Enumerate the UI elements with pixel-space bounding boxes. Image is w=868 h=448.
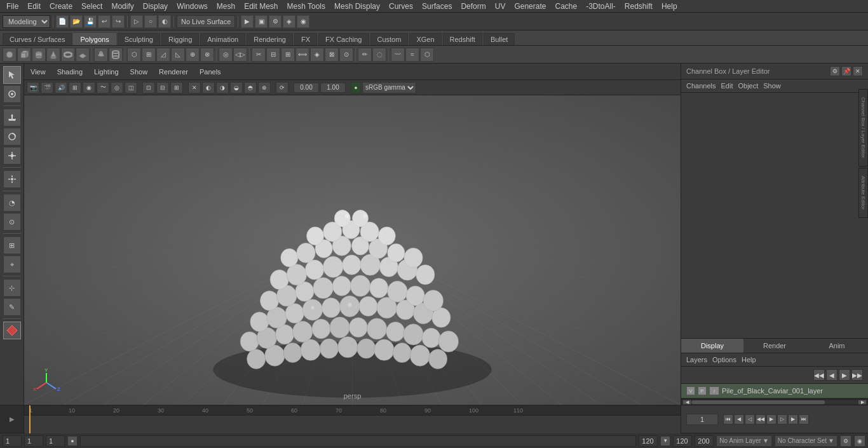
prev-key-btn[interactable]: ◁ [745,414,755,424]
rp-object-menu[interactable]: Object [738,82,758,90]
render-btn[interactable]: ▶ [241,15,254,28]
play-fwd-btn[interactable]: ▶ [766,414,776,424]
tab-fx[interactable]: FX [294,33,317,45]
float-input-2[interactable] [320,83,346,93]
cube-icon[interactable] [17,48,31,62]
paint-sel-icon[interactable]: ✏ [358,48,372,62]
slide-icon[interactable]: ⟺ [295,48,309,62]
plane-icon[interactable] [76,48,90,62]
status-btn-1[interactable]: ⚙ [840,435,851,447]
playback-end-field[interactable]: 200 [695,435,714,447]
scroll-right-btn[interactable]: ▶ [858,400,867,405]
tab-custom[interactable]: Custom [370,33,409,45]
motion-blur-btn[interactable]: ◓ [244,82,257,93]
rp-tab-anim[interactable]: Anim [806,339,868,353]
snap-curve-btn[interactable]: ⌖ [3,255,21,273]
rp-pin-btn[interactable]: 📌 [841,66,851,76]
paint-select-btn[interactable] [3,85,21,103]
menu-mesh[interactable]: Mesh [213,1,239,12]
render-options-btn[interactable]: ⚙ [269,15,281,28]
tab-redshift[interactable]: Redshift [443,33,482,45]
rp-edit-menu[interactable]: Edit [721,82,733,90]
universal-manip-btn[interactable] [3,170,21,188]
rp-close-btn[interactable]: ✕ [853,66,863,76]
tab-rigging[interactable]: Rigging [161,33,199,45]
move-tool-btn[interactable] [3,109,21,126]
scroll-track[interactable] [691,400,858,404]
rp-settings-btn[interactable]: ⚙ [830,66,840,76]
film-btn[interactable]: 🎬 [41,82,53,93]
select-tool-btn[interactable] [3,66,21,84]
rp-options-menu[interactable]: Options [712,356,736,363]
mirror-icon[interactable]: ◁▷ [233,48,247,62]
rp-channels-menu[interactable]: Channels [686,82,715,90]
layer-btn-2[interactable]: ◀ [826,369,837,381]
boolean-icon[interactable]: ⊗ [200,48,214,62]
curve-vis-btn[interactable]: 〜 [97,82,109,93]
tab-sculpting[interactable]: Sculpting [118,33,160,45]
tab-xgen[interactable]: XGen [409,33,441,45]
soft-sel-icon[interactable]: ◌ [372,48,386,62]
scroll-left-btn[interactable]: ◀ [682,400,691,405]
save-scene-btn[interactable]: 💾 [84,15,97,28]
annotate-btn[interactable]: ✎ [3,298,21,316]
menu-curves[interactable]: Curves [385,1,417,12]
fill-hole-icon[interactable]: ⊙ [339,48,353,62]
attribute-editor-edge-tab[interactable]: Attribute Editor [858,168,868,218]
rp-help-menu[interactable]: Help [742,356,756,363]
sculpt-btn[interactable]: ⊙ [3,213,21,231]
character-set-selector[interactable]: No Character Set ▼ [775,435,837,447]
menu-file[interactable]: File [3,1,22,12]
go-start-btn[interactable]: ⏮ [723,414,733,424]
undo-btn[interactable]: ↩ [98,15,111,28]
ipr-btn[interactable]: ◈ [283,15,295,28]
tab-rendering[interactable]: Rendering [247,33,293,45]
menu-windows[interactable]: Windows [173,1,212,12]
menu-mesh-tools[interactable]: Mesh Tools [283,1,329,12]
prev-frame-btn[interactable]: ◀ [734,414,744,424]
hud-btn[interactable]: ⊕ [258,82,271,93]
anim-layer-selector[interactable]: No Anim Layer ▼ [716,435,772,447]
go-end-btn[interactable]: ⏭ [799,414,809,424]
menu-edit-mesh[interactable]: Edit Mesh [240,1,281,12]
render-view-btn[interactable]: ◉ [297,15,309,28]
rp-scrollbar[interactable]: ◀ ▶ [681,398,868,405]
cylinder-icon[interactable] [32,48,46,62]
autokey-btn[interactable]: ● [67,436,78,446]
camera-btn[interactable]: 📷 [27,82,39,93]
combine-icon[interactable]: ⊕ [186,48,200,62]
measure-btn[interactable]: ⊹ [3,279,21,297]
menu-modify[interactable]: Modify [107,1,137,12]
live-surface-label[interactable]: No Live Surface [177,15,235,28]
render-region-btn[interactable]: ▣ [255,15,268,28]
crease-icon[interactable]: 〰 [391,48,405,62]
paint-sel-btn[interactable]: ◐ [158,15,171,28]
select-tool-btn[interactable]: ▷ [130,15,143,28]
tab-fx-caching[interactable]: FX Caching [318,33,369,45]
joint-vis-btn[interactable]: ◉ [83,82,95,93]
isolate-btn[interactable]: ◎ [111,82,123,93]
frame-track[interactable] [24,416,681,433]
tab-bullet[interactable]: Bullet [484,33,515,45]
tab-curves-surfaces[interactable]: Curves / Surfaces [3,33,72,45]
playback-start-field[interactable]: 120 [673,435,692,447]
smooth-icon[interactable]: ◎ [219,48,233,62]
color-space-selector[interactable]: sRGB gamma [362,82,416,93]
frame-field-1[interactable]: 1 [3,435,22,447]
menu-select[interactable]: Select [78,1,106,12]
channel-box-edge-tab[interactable]: Channel Box / Layer Editor [858,89,868,166]
weld-icon[interactable]: ◈ [310,48,324,62]
speaker-btn[interactable]: 🔊 [55,82,67,93]
tab-polygons[interactable]: Polygons [73,33,116,45]
current-frame-input[interactable] [686,414,718,425]
shading-mode-btn[interactable]: ◐ [202,82,215,93]
backface-cull-btn[interactable]: ◑ [216,82,229,93]
vp-menu-renderer[interactable]: Renderer [156,67,191,77]
pipe-icon[interactable] [109,48,123,62]
overscan-btn[interactable]: ⊞ [170,82,183,93]
bridge-icon[interactable]: ⊞ [142,48,156,62]
float-input-1[interactable] [294,83,319,93]
fx-btn[interactable]: ⟳ [276,82,288,93]
cut-icon[interactable]: ✂ [252,48,266,62]
menu-edit[interactable]: Edit [24,1,44,12]
